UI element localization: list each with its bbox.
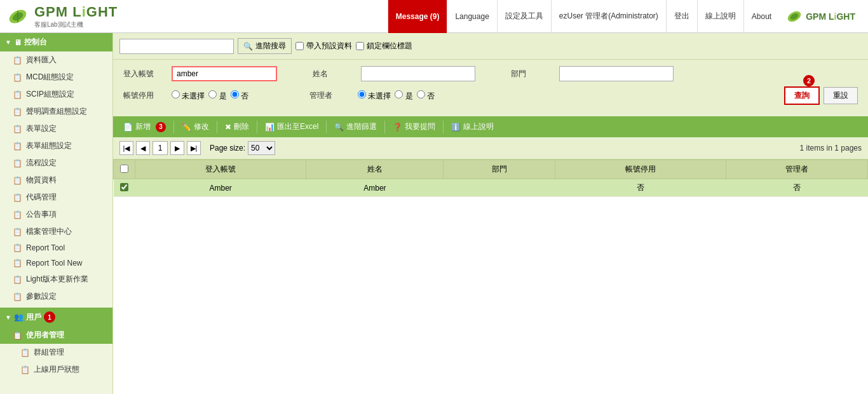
- material-icon: 📋: [13, 176, 22, 185]
- user-mgmt-icon: 📋: [13, 331, 22, 340]
- sidebar-item-label: 參數設定: [26, 291, 57, 302]
- collapse-icon-user: ▼: [5, 314, 11, 321]
- select-all-checkbox[interactable]: [120, 165, 128, 173]
- group-mgmt-icon: 📋: [20, 348, 30, 357]
- update-icon: 📋: [13, 275, 22, 284]
- col-disabled: 帳號停用: [555, 160, 726, 179]
- toolbar: 📄 新增 3 ✏️ 修改 ✖ 刪除 📊 匯出至Excel 🔍 進階: [113, 116, 868, 137]
- logo-area: GPM LiGHT 客服Lab測試主機: [6, 4, 388, 29]
- sidebar-item-code[interactable]: 📋 代碼管理: [0, 189, 112, 206]
- preset-data-label: 帶入預設資料: [306, 41, 352, 51]
- params-icon: 📋: [13, 292, 22, 301]
- preset-data-checkbox-label[interactable]: 帶入預設資料: [295, 41, 352, 51]
- row-checkbox[interactable]: [120, 183, 128, 191]
- sidebar-item-import[interactable]: 📋 資料匯入: [0, 51, 112, 69]
- logo-leaf-icon: [6, 5, 29, 28]
- login-account-input[interactable]: [172, 66, 277, 81]
- content-area: 🔍 進階搜尋 帶入預設資料 鎖定欄位標題 登入帳號 姓名 部門: [113, 33, 868, 394]
- sidebar-item-params[interactable]: 📋 參數設定: [0, 288, 112, 305]
- sidebar-section-control[interactable]: ▼ 🖥 控制台: [0, 33, 112, 51]
- lock-columns-checkbox-label[interactable]: 鎖定欄位標題: [356, 41, 412, 51]
- sidebar-item-form-group[interactable]: 📋 表單組態設定: [0, 137, 112, 154]
- query-buttons: 2 查詢 重設: [784, 86, 858, 105]
- sidebar-item-user-management[interactable]: 📋 使用者管理: [0, 327, 112, 344]
- online-help-label: 線上說明: [463, 121, 494, 132]
- sidebar-item-online-users[interactable]: 📋 上線用戶狀態: [0, 361, 112, 378]
- export-button[interactable]: 📊 匯出至Excel: [260, 119, 323, 134]
- page-size-select[interactable]: 50 100 200: [248, 141, 275, 155]
- cell-account: Amber: [135, 179, 306, 197]
- sidebar-item-material[interactable]: 📋 物質資料: [0, 172, 112, 189]
- toolbar-sep-2: [217, 121, 217, 133]
- sidebar-item-label: 群組管理: [34, 347, 64, 358]
- col-dept: 部門: [444, 160, 555, 179]
- delete-button[interactable]: ✖ 刪除: [220, 119, 254, 134]
- sidebar-item-mcd[interactable]: 📋 MCD組態設定: [0, 69, 112, 86]
- toolbar-sep-6: [443, 121, 444, 133]
- sidebar-item-scip[interactable]: 📋 SCIP組態設定: [0, 86, 112, 103]
- sidebar-item-update[interactable]: 📋 Light版本更新作業: [0, 271, 112, 288]
- cell-dept: [444, 179, 555, 197]
- reset-button[interactable]: 重設: [824, 87, 858, 104]
- radio-admin-no[interactable]: 否: [417, 90, 435, 102]
- search-input[interactable]: [119, 39, 234, 54]
- page-next-button[interactable]: ▶: [170, 141, 184, 155]
- advanced-search-button[interactable]: 🔍 進階搜尋: [238, 38, 292, 54]
- edit-button[interactable]: ✏️ 修改: [177, 119, 214, 134]
- dept-input[interactable]: [559, 66, 674, 81]
- filter-button[interactable]: 🔍 進階篩選: [329, 119, 382, 134]
- query-button[interactable]: 查詢: [784, 86, 820, 105]
- sidebar-item-group-management[interactable]: 📋 群組管理: [0, 344, 112, 361]
- preset-data-checkbox[interactable]: [295, 42, 304, 50]
- sidebar-item-report-tool[interactable]: 📋 Report Tool: [0, 240, 112, 255]
- ask-label: 我要提問: [405, 121, 435, 132]
- sidebar-item-survey[interactable]: 📋 聲明調查組態設定: [0, 103, 112, 120]
- nav-ezuser[interactable]: ezUser 管理者(Administrator): [551, 0, 666, 33]
- ask-icon: ❓: [393, 123, 402, 132]
- page-last-button[interactable]: ▶|: [187, 141, 201, 155]
- right-logo-leaf-icon: [785, 8, 803, 25]
- radio-admin-yes[interactable]: 是: [395, 90, 412, 102]
- sidebar-item-label: 流程設定: [26, 158, 57, 168]
- sidebar-item-filemanager[interactable]: 📋 檔案管理中心: [0, 223, 112, 240]
- filter-icon: 🔍: [334, 123, 344, 132]
- sidebar-item-form[interactable]: 📋 表單設定: [0, 120, 112, 137]
- toolbar-sep-5: [384, 121, 385, 133]
- sidebar-item-flow[interactable]: 📋 流程設定: [0, 154, 112, 172]
- cell-name: Amber: [306, 179, 444, 197]
- page-prev-button[interactable]: ◀: [136, 141, 150, 155]
- sidebar-item-label: SCIP組態設定: [26, 89, 74, 100]
- page-first-button[interactable]: |◀: [119, 141, 133, 155]
- name-input[interactable]: [361, 66, 475, 81]
- add-label: 新增: [135, 121, 151, 132]
- logo-subtitle: 客服Lab測試主機: [34, 20, 118, 29]
- radio-disabled-yes[interactable]: 是: [208, 90, 226, 102]
- export-icon: 📊: [265, 123, 275, 132]
- lock-columns-checkbox[interactable]: [356, 42, 364, 50]
- add-button[interactable]: 📄 新增 3: [118, 119, 171, 134]
- nav-logout[interactable]: 登出: [666, 0, 697, 33]
- sidebar-item-label: 公告事項: [26, 209, 57, 220]
- sidebar-section-user[interactable]: ▼ 👥 用戶 1: [0, 308, 112, 327]
- online-help-button[interactable]: ℹ️ 線上說明: [446, 119, 499, 134]
- table-row[interactable]: Amber Amber 否 否: [114, 179, 868, 197]
- nav-about[interactable]: About: [743, 0, 779, 33]
- sidebar-item-report-tool-new[interactable]: 📋 Report Tool New: [0, 255, 112, 271]
- page-current-input[interactable]: [153, 141, 168, 155]
- sidebar-item-label: 資料匯入: [26, 55, 57, 65]
- nav-settings[interactable]: 設定及工具: [497, 0, 551, 33]
- sidebar-item-label: 物質資料: [26, 175, 57, 186]
- ask-button[interactable]: ❓ 我要提問: [388, 119, 440, 134]
- radio-admin-unselect[interactable]: 未選擇: [358, 90, 391, 102]
- nav-help[interactable]: 線上說明: [697, 0, 743, 33]
- sidebar-item-label: MCD組態設定: [26, 72, 74, 83]
- nav-language[interactable]: Language: [447, 0, 496, 33]
- right-logo: GPM LiGHT: [779, 0, 862, 33]
- radio-disabled-unselect[interactable]: 未選擇: [172, 90, 205, 102]
- delete-label: 刪除: [234, 121, 249, 132]
- nav-message[interactable]: Message (9): [388, 0, 447, 33]
- form-group-icon: 📋: [13, 142, 22, 151]
- mcd-icon: 📋: [13, 73, 22, 82]
- radio-disabled-no[interactable]: 否: [231, 90, 248, 102]
- sidebar-item-announce[interactable]: 📋 公告事項: [0, 206, 112, 223]
